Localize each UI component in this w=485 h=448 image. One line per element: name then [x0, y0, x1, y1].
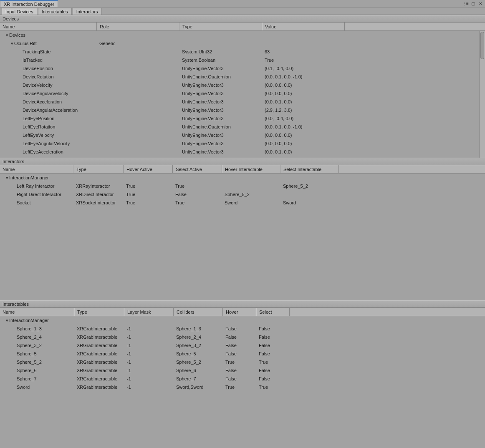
property-row[interactable]: LeftEyeVelocityUnityEngine.Vector3(0.0, …: [0, 131, 485, 139]
window-title-tab[interactable]: XR Interaction Debugger: [0, 0, 58, 7]
col-select-interactable[interactable]: Select Interactable: [280, 165, 339, 173]
col-hover-active[interactable]: Hover Active: [124, 165, 173, 173]
panel-title: Interactables: [3, 302, 29, 307]
expand-icon[interactable]: ▾: [10, 41, 14, 46]
col-type[interactable]: Type: [179, 23, 262, 30]
interactors-tree[interactable]: ▾InteractionManagerLeft Ray InteractorXR…: [0, 174, 485, 300]
property-name: DeviceAngularVelocity: [3, 91, 97, 96]
col-role[interactable]: Role: [97, 23, 179, 30]
property-row[interactable]: LeftEyeAngularVelocityUnityEngine.Vector…: [0, 139, 485, 148]
interactable-name: Sphere_5: [3, 351, 74, 356]
interactables-panel-header: Interactables: [0, 300, 485, 308]
expand-icon[interactable]: ▾: [5, 33, 9, 38]
tree-node-device[interactable]: ▾Oculus RiftGeneric: [0, 39, 485, 48]
col-hover[interactable]: Hover: [223, 308, 256, 316]
col-name[interactable]: Name: [0, 165, 73, 173]
property-row[interactable]: DeviceRotationUnityEngine.Quaternion(0.0…: [0, 73, 485, 81]
property-name: TrackingState: [3, 49, 97, 54]
interactor-row[interactable]: SocketXRSocketInteractorTrueTrueSwordSwo…: [0, 199, 485, 207]
interactables-panel: Interactables Name Type Layer Mask Colli…: [0, 300, 485, 448]
interactable-row[interactable]: Sphere_5XRGrabInteractable-1Sphere_5Fals…: [0, 350, 485, 358]
tree-node-label: InteractionManager: [9, 175, 49, 180]
interactable-row[interactable]: Sphere_3_2XRGrabInteractable-1Sphere_3_2…: [0, 341, 485, 350]
expand-icon[interactable]: ▾: [5, 175, 9, 181]
property-name: DeviceAcceleration: [3, 99, 97, 104]
property-name: IsTracked: [3, 58, 97, 63]
interactable-row[interactable]: Sphere_1_3XRGrabInteractable-1Sphere_1_3…: [0, 325, 485, 333]
tab-interactables[interactable]: Interactables: [38, 8, 72, 15]
col-layer-mask[interactable]: Layer Mask: [124, 308, 174, 316]
interactables-tree[interactable]: ▾InteractionManagerSphere_1_3XRGrabInter…: [0, 316, 485, 448]
scrollbar-thumb[interactable]: [480, 32, 484, 59]
col-type[interactable]: Type: [73, 165, 124, 173]
interactable-row[interactable]: SwordXRGrabInteractable-1Sword,SwordTrue…: [0, 383, 485, 391]
maximize-icon[interactable]: ▢: [470, 1, 476, 7]
window-titlebar: XR Interaction Debugger ⋮≡ ▢ ✕: [0, 0, 485, 8]
col-select[interactable]: Select: [256, 308, 290, 316]
devices-scrollbar[interactable]: [479, 31, 485, 158]
property-row[interactable]: DevicePositionUnityEngine.Vector3(0.1, -…: [0, 64, 485, 73]
interactors-panel-header: Interactors: [0, 158, 485, 165]
interactables-columns: Name Type Layer Mask Colliders Hover Sel…: [0, 308, 485, 316]
col-type[interactable]: Type: [74, 308, 124, 316]
tab-label: Interactors: [76, 9, 98, 14]
tab-label: Input Devices: [5, 9, 33, 14]
interactors-panel: Interactors Name Type Hover Active Selec…: [0, 158, 485, 300]
interactable-name: Sphere_2_4: [3, 335, 74, 340]
property-name: LeftEyeVelocity: [3, 133, 97, 138]
tree-node-devices[interactable]: ▾Devices: [0, 31, 485, 39]
tab-input-devices[interactable]: Input Devices: [2, 8, 37, 15]
devices-columns: Name Role Type Value: [0, 23, 485, 31]
interactable-row[interactable]: Sphere_5_2XRGrabInteractable-1Sphere_5_2…: [0, 358, 485, 366]
property-row[interactable]: DeviceVelocityUnityEngine.Vector3(0.0, 0…: [0, 81, 485, 89]
property-row[interactable]: LeftEyePositionUnityEngine.Vector3(0.0, …: [0, 114, 485, 123]
col-name[interactable]: Name: [0, 23, 97, 30]
interactable-row[interactable]: Sphere_7XRGrabInteractable-1Sphere_7Fals…: [0, 375, 485, 383]
window-title: XR Interaction Debugger: [4, 2, 54, 7]
interactable-name: Sphere_7: [3, 376, 74, 381]
tree-node-manager[interactable]: ▾InteractionManager: [0, 174, 485, 182]
devices-tree[interactable]: ▾Devices▾Oculus RiftGenericTrackingState…: [0, 31, 485, 158]
property-name: LeftEyePosition: [3, 116, 97, 121]
interactable-row[interactable]: Sphere_2_4XRGrabInteractable-1Sphere_2_4…: [0, 333, 485, 341]
property-name: LeftEyeAngularVelocity: [3, 141, 97, 146]
col-select-active[interactable]: Select Active: [173, 165, 222, 173]
property-row[interactable]: LeftEyeRotationUnityEngine.Quaternion(0.…: [0, 123, 485, 131]
interactable-name: Sphere_3_2: [3, 343, 74, 348]
tab-interactors[interactable]: Interactors: [73, 8, 102, 15]
interactable-row[interactable]: Sphere_6XRGrabInteractable-1Sphere_6Fals…: [0, 366, 485, 375]
devices-panel: Devices Name Role Type Value ▾Devices▾Oc…: [0, 15, 485, 158]
interactor-row[interactable]: Left Ray InteractorXRRayInteractorTrueTr…: [0, 182, 485, 190]
col-name[interactable]: Name: [0, 308, 74, 316]
interactor-name: Right Direct Interactor: [3, 192, 73, 197]
col-colliders[interactable]: Colliders: [174, 308, 223, 316]
property-name: DeviceAngularAcceleration: [3, 108, 97, 113]
property-row[interactable]: DeviceAccelerationUnityEngine.Vector3(0.…: [0, 98, 485, 106]
interactable-name: Sphere_1_3: [3, 326, 74, 331]
col-hover-interactable[interactable]: Hover Interactable: [222, 165, 280, 173]
property-name: DeviceRotation: [3, 74, 97, 79]
property-row[interactable]: DeviceAngularVelocityUnityEngine.Vector3…: [0, 89, 485, 98]
interactors-columns: Name Type Hover Active Select Active Hov…: [0, 165, 485, 174]
tree-node-manager[interactable]: ▾InteractionManager: [0, 316, 485, 325]
property-name: LeftEyeRotation: [3, 124, 97, 129]
close-icon[interactable]: ✕: [477, 1, 483, 7]
col-spacer: [339, 165, 485, 173]
tree-node-label: Oculus Rift: [14, 41, 37, 46]
expand-icon[interactable]: ▾: [5, 318, 9, 323]
subtab-bar: Input Devices Interactables Interactors: [0, 8, 485, 15]
interactor-row[interactable]: Right Direct InteractorXRDirectInteracto…: [0, 190, 485, 199]
context-menu-icon[interactable]: ⋮≡: [462, 1, 468, 7]
property-row[interactable]: TrackingStateSystem.UInt3263: [0, 48, 485, 56]
tree-node-label: Devices: [9, 33, 25, 38]
col-value[interactable]: Value: [262, 23, 345, 30]
devices-panel-header: Devices: [0, 15, 485, 23]
property-row[interactable]: LeftEyeAccelerationUnityEngine.Vector3(0…: [0, 148, 485, 156]
property-row[interactable]: DeviceAngularAccelerationUnityEngine.Vec…: [0, 106, 485, 114]
interactable-name: Sword: [3, 385, 74, 390]
panel-title: Interactors: [3, 159, 24, 164]
interactable-name: Sphere_6: [3, 368, 74, 373]
property-row[interactable]: IsTrackedSystem.BooleanTrue: [0, 56, 485, 64]
panel-title: Devices: [3, 16, 19, 21]
interactor-name: Socket: [3, 200, 73, 205]
